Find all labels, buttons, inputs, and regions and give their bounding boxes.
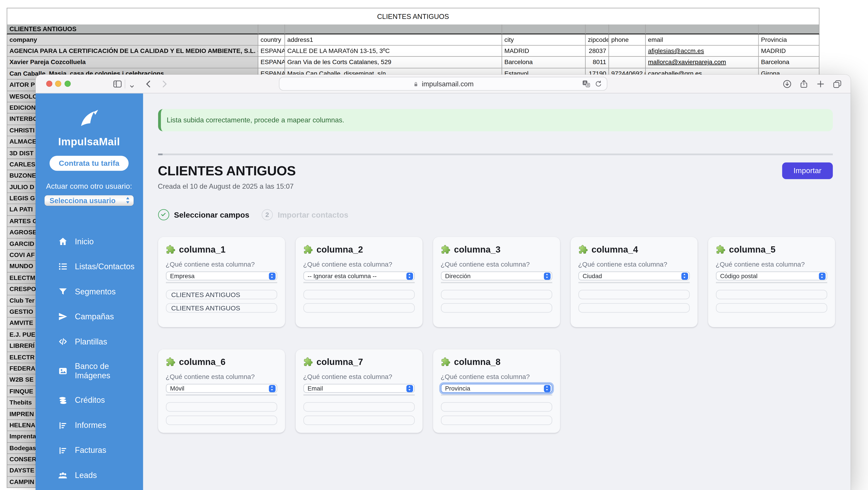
column-question-label: ¿Qué contiene esta columna? bbox=[441, 372, 552, 380]
column-mapping-select[interactable]: Empresa bbox=[166, 271, 277, 280]
sheet-cell: 28037 bbox=[586, 45, 609, 57]
sample-value-box bbox=[441, 290, 552, 299]
sidebar-toggle-icon[interactable] bbox=[112, 79, 122, 89]
code-icon bbox=[58, 337, 68, 347]
sheet-cell: Provincia bbox=[759, 34, 820, 45]
select-arrows-icon bbox=[125, 196, 130, 204]
column-name: columna_3 bbox=[454, 244, 501, 255]
zoom-button[interactable] bbox=[64, 81, 70, 87]
import-button[interactable]: Importar bbox=[782, 162, 833, 179]
select-stepper-icon[interactable] bbox=[406, 385, 413, 392]
column-name: columna_8 bbox=[454, 357, 501, 367]
chevron-down-icon[interactable] bbox=[128, 81, 135, 91]
column-card-columna_8: columna_8¿Qué contiene esta columna?Prov… bbox=[433, 349, 560, 433]
selected-option: Email bbox=[304, 385, 323, 391]
new-tab-icon[interactable] bbox=[815, 79, 825, 89]
select-stepper-icon[interactable] bbox=[818, 272, 826, 280]
back-icon[interactable] bbox=[144, 79, 153, 89]
column-mapping-select[interactable]: -- Ignorar esta columna -- bbox=[303, 271, 414, 280]
sheet-cell bbox=[609, 57, 646, 68]
email-link[interactable]: mallorca@xavierpareja.com bbox=[648, 59, 726, 65]
column-card-columna_5: columna_5¿Qué contiene esta columna?Códi… bbox=[708, 237, 835, 327]
column-mapping-select[interactable]: Ciudad bbox=[578, 271, 689, 280]
sheet-cell: CLIENTES ANTIGUOS bbox=[7, 25, 258, 34]
sheet-cell: company bbox=[7, 34, 258, 45]
select-underline bbox=[303, 282, 414, 283]
check-icon bbox=[158, 209, 169, 220]
column-mapping-select[interactable]: Móvil bbox=[166, 384, 277, 393]
minimize-button[interactable] bbox=[55, 81, 61, 87]
puzzle-icon bbox=[166, 245, 175, 255]
chart-icon bbox=[58, 420, 68, 430]
select-stepper-icon[interactable] bbox=[269, 272, 275, 280]
sheet-cell: MADRID bbox=[502, 45, 586, 57]
translate-icon[interactable]: A bbox=[582, 80, 591, 89]
sheet-cell bbox=[646, 25, 759, 34]
sample-value-box bbox=[578, 303, 689, 313]
sheet-cell: MADRID bbox=[759, 45, 820, 57]
reload-icon[interactable] bbox=[594, 80, 603, 89]
sheet-cell: 8011 bbox=[586, 57, 609, 68]
sidebar-item-inicio[interactable]: Inicio bbox=[35, 229, 143, 254]
list-icon bbox=[58, 262, 68, 272]
downloads-icon[interactable] bbox=[782, 79, 792, 89]
column-mapping-select[interactable]: Código postal bbox=[716, 271, 827, 280]
horizontal-scrollbar[interactable] bbox=[158, 153, 833, 155]
forward-icon[interactable] bbox=[159, 79, 169, 89]
select-stepper-icon[interactable] bbox=[269, 385, 275, 392]
sidebar-item-label: Informes bbox=[75, 421, 106, 430]
sidebar-item-campa-as[interactable]: Campañas bbox=[35, 304, 143, 329]
select-underline bbox=[166, 394, 277, 395]
share-icon[interactable] bbox=[799, 79, 809, 89]
home-icon bbox=[58, 236, 68, 247]
select-stepper-icon[interactable] bbox=[544, 272, 551, 280]
sidebar-item-plantillas[interactable]: Plantillas bbox=[35, 329, 143, 354]
puzzle-icon bbox=[303, 245, 313, 255]
sample-value-box: CLIENTES ANTIGUOS bbox=[166, 290, 277, 299]
sheet-header-row: companycountryaddress1cityzipcodephoneem… bbox=[7, 34, 819, 45]
toolbar-divider bbox=[124, 79, 125, 88]
sidebar-item-informes[interactable]: Informes bbox=[35, 413, 143, 438]
select-stepper-icon[interactable] bbox=[544, 385, 551, 392]
column-mapping-select[interactable]: Provincia bbox=[441, 384, 552, 393]
sidebar-item-cr-ditos[interactable]: Créditos bbox=[35, 388, 143, 413]
select-underline bbox=[441, 394, 552, 395]
tab-overview-icon[interactable] bbox=[832, 79, 842, 89]
close-button[interactable] bbox=[46, 81, 52, 87]
sidebar-item-banco-de-im-genes[interactable]: Banco de Imágenes bbox=[35, 354, 143, 388]
column-card-columna_1: columna_1¿Qué contiene esta columna?Empr… bbox=[158, 237, 285, 327]
created-date: Creada el 10 de August de 2025 a las 15:… bbox=[158, 182, 833, 190]
puzzle-icon bbox=[303, 357, 313, 367]
sidebar-item-listas-contactos[interactable]: Listas/Contactos bbox=[35, 254, 143, 279]
brand-title: ImpulsaMail bbox=[35, 135, 143, 148]
sheet-cell bbox=[285, 25, 502, 34]
column-mapping-select[interactable]: Email bbox=[303, 384, 414, 393]
select-underline bbox=[303, 394, 414, 395]
sheet-cell: email bbox=[646, 34, 759, 45]
sidebar-item-label: Créditos bbox=[75, 396, 105, 405]
sheet-cell bbox=[759, 25, 820, 34]
sidebar-item-facturas[interactable]: Facturas bbox=[35, 438, 143, 463]
contrata-tarifa-button[interactable]: Contrata tu tarifa bbox=[50, 156, 129, 171]
selected-option: Provincia bbox=[441, 385, 470, 391]
coins-icon bbox=[58, 395, 68, 405]
scrollbar-thumb[interactable] bbox=[158, 153, 162, 155]
sample-value-box bbox=[441, 416, 552, 425]
sheet-title: CLIENTES ANTIGUOS bbox=[7, 8, 819, 25]
select-stepper-icon[interactable] bbox=[406, 272, 413, 280]
column-name: columna_5 bbox=[729, 244, 776, 255]
sidebar-item-segmentos[interactable]: Segmentos bbox=[35, 279, 143, 304]
email-link[interactable]: afiglesias@accm.es bbox=[648, 47, 704, 54]
select-stepper-icon[interactable] bbox=[681, 272, 688, 280]
column-mapping-select[interactable]: Dirección bbox=[441, 271, 552, 280]
main-content: Lista subida correctamente, procede a ma… bbox=[143, 93, 850, 490]
sample-value-box bbox=[303, 290, 414, 299]
address-bar[interactable]: impulsamail.com A bbox=[279, 77, 607, 91]
sidebar-item-leads[interactable]: Leads bbox=[35, 463, 143, 488]
sheet-cell: zipcode bbox=[586, 34, 609, 45]
send-icon bbox=[58, 312, 68, 322]
step-2-number: 2 bbox=[262, 209, 273, 220]
user-select[interactable]: Selecciona usuario bbox=[44, 195, 134, 206]
sample-value-box bbox=[716, 303, 827, 313]
column-question-label: ¿Qué contiene esta columna? bbox=[303, 260, 414, 268]
